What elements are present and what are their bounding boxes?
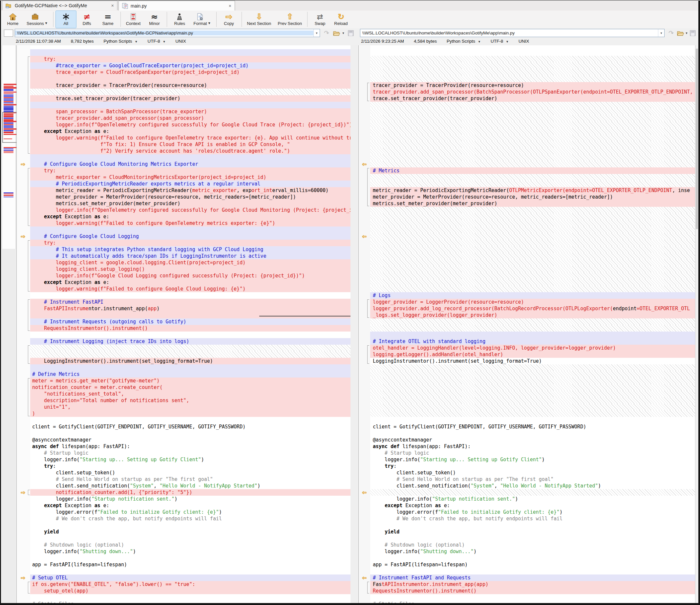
code-line[interactable]: # Configure Google Cloud Monitoring Metr… [30,161,350,167]
code-line[interactable] [370,259,696,266]
code-line[interactable] [370,378,696,384]
left-file-encoding-dropdown[interactable]: UTF-8▼ [147,39,166,44]
code-line[interactable] [370,522,696,529]
code-line[interactable]: #trace_exporter = GoogleCloudTraceExport… [30,63,350,69]
code-line[interactable]: logger.info("Starting up... Setting up G… [30,456,350,463]
code-line[interactable]: logger.info("Shutting down...") [30,548,350,555]
code-line[interactable]: logging.getLogger().addHandler(otel_hand… [370,351,696,358]
code-line[interactable]: tracer_provider = TracerProvider(resourc… [30,82,350,89]
toolbar-button-next-section[interactable]: ⇩Next Section [244,10,275,28]
code-line[interactable]: meter = metrics.get_meter("gotifyme-mete… [30,378,350,384]
toolbar-button-same[interactable]: =Same [98,10,119,28]
code-line[interactable]: @asynccontextmanager [30,437,350,443]
code-line[interactable]: logging_client = google.cloud.logging.Cl… [30,259,350,266]
code-line[interactable]: # Send Hello World on startup as per "Th… [30,476,350,483]
code-line[interactable] [30,154,350,161]
code-line[interactable]: try: [30,240,350,246]
code-line[interactable]: async def lifespan(app: FastAPI): [370,443,696,450]
code-line[interactable]: meter_provider = MeterProvider(resource=… [30,194,350,200]
toolbar-button-sessions[interactable]: Sessions▼ [23,10,51,28]
code-line[interactable] [370,489,696,496]
code-line[interactable]: notification_counter = meter.create_coun… [30,384,350,391]
code-line[interactable]: except Exception as e: [30,502,350,509]
code-line[interactable] [370,318,696,325]
code-line[interactable]: logger.warning(f"Failed to configure Ope… [30,220,350,226]
code-line[interactable]: span_processor = BatchSpanProcessor(trac… [30,108,350,115]
code-line[interactable] [370,121,696,128]
copy-section-left-arrow-icon[interactable]: ⇦ [359,489,369,496]
scrollbar-thumb[interactable] [696,49,698,229]
code-line[interactable] [370,555,696,561]
code-line[interactable] [370,568,696,575]
vertical-scrollbar[interactable] [695,45,698,603]
code-line[interactable] [370,115,696,121]
code-line[interactable]: ) [30,410,350,417]
code-line[interactable] [370,108,696,115]
toolbar-button-all[interactable]: All [55,10,76,28]
code-line[interactable]: otel_handler = LoggingHandler(level=logg… [370,345,696,351]
code-line[interactable]: logger.info(f"OpenTelemetry configured s… [30,121,350,128]
code-line[interactable]: # Instrument FastAPI [30,299,350,305]
code-line[interactable]: RequestsInstrumentor().instrument() [370,588,696,594]
left-save-icon[interactable] [347,29,355,37]
copy-section-left-arrow-icon[interactable]: ⇦ [359,161,369,167]
code-line[interactable]: client.send_notification("System", "Hell… [370,483,696,489]
code-line[interactable] [370,266,696,272]
code-line[interactable]: tracer_provider.add_span_processor(Batch… [370,89,696,95]
toolbar-button-format[interactable]: Format▼ [190,10,214,28]
code-line[interactable]: logger.info("Startup notification sent."… [30,496,350,502]
code-line[interactable] [30,568,350,575]
right-file-format-dropdown[interactable]: Python Scripts▼ [447,39,481,44]
code-line[interactable]: # PeriodicExportingMetricReader exports … [30,180,350,187]
toolbar-button-copy[interactable]: ⇨Copy [219,10,240,28]
code-line[interactable]: logger.error(f"Failed to initialize Goti… [370,509,696,515]
code-line[interactable] [370,384,696,391]
code-line[interactable]: LoggingInstrumentor().instrument(set_log… [30,358,350,364]
code-line[interactable]: yield [370,529,696,535]
code-line[interactable] [370,397,696,404]
code-line[interactable] [370,180,696,187]
code-line[interactable]: unit="1", [30,404,350,410]
code-line[interactable]: logger.info(f"Google Cloud Logging confi… [30,272,350,279]
code-line[interactable] [370,272,696,279]
code-line[interactable] [370,594,696,601]
code-line[interactable] [30,351,350,358]
code-line[interactable]: logger_provider.add_log_record_processor… [370,305,696,312]
code-line[interactable]: metric_exporter = CloudMonitoringMetrics… [30,174,350,180]
code-line[interactable] [370,135,696,141]
code-line[interactable] [30,75,350,82]
code-line[interactable] [370,226,696,233]
code-line[interactable] [370,102,696,108]
copy-section-right-arrow-icon[interactable]: ⇨ [18,161,28,167]
code-line[interactable]: # Configure Google Cloud Logging [30,233,350,240]
code-line[interactable]: if os.getenv("ENABLE_OTEL", "false").low… [30,581,350,588]
code-line[interactable]: metric_reader = PeriodicExportingMetricR… [30,187,350,194]
toolbar-button-minor[interactable]: ≈Minor [144,10,165,28]
code-line[interactable]: app = FastAPI(lifespan=lifespan) [30,561,350,568]
code-line[interactable]: tracer_provider.add_span_processor(span_… [30,115,350,121]
left-file-format-dropdown[interactable]: Python Scripts▼ [103,39,138,44]
right-open-folder-icon[interactable] [676,29,684,37]
code-line[interactable]: logger.warning(f"Failed to configure Ope… [30,135,350,141]
diff-overview-minimap[interactable] [2,45,16,249]
code-line[interactable]: logger.info(f"OpenTelemetry configured s… [30,207,350,213]
code-line[interactable]: client.send_notification("System", "Hell… [30,483,350,489]
right-save-icon[interactable] [689,29,697,37]
left-browse-back-icon[interactable]: ↷ [322,29,331,37]
code-line[interactable] [370,154,696,161]
code-line[interactable] [370,325,696,332]
code-line[interactable] [30,226,350,233]
right-path-combobox[interactable]: \\WSL.LOCALHOST\Ubuntu\home\builder\Work… [360,29,665,37]
toolbar-button-reload[interactable]: ↻Reload [330,10,351,28]
code-line[interactable]: # Startup logic [30,450,350,456]
code-line[interactable]: client.setup_token() [30,469,350,476]
right-open-dropdown-icon[interactable]: ▾ [684,29,689,37]
right-code-pane[interactable]: tracer_provider = TracerProvider(resourc… [370,45,696,603]
left-open-folder-icon[interactable] [332,29,341,37]
code-line[interactable]: except Exception as e: [30,279,350,286]
code-line[interactable]: # Integrate OTEL with standard logging [370,338,696,345]
code-line[interactable]: LoggingInstrumentor().instrument(set_log… [370,358,696,364]
code-line[interactable]: "notifications_sent_total", [30,391,350,397]
toolbar-button-swap[interactable]: ⇄Swap [309,10,330,28]
code-line[interactable] [370,430,696,437]
